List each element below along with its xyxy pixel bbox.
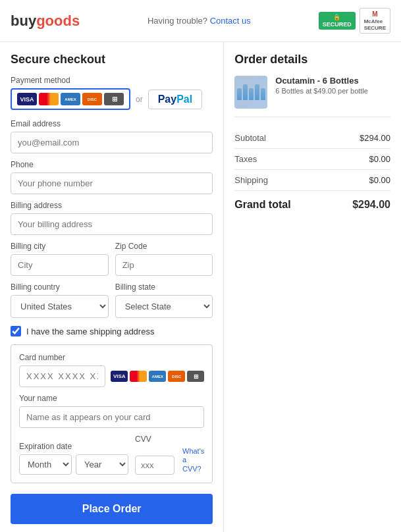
logo-buy: buy — [11, 13, 36, 29]
main-layout: Secure checkout Payment method VISA AMEX… — [0, 42, 401, 532]
mcafee-text: McAfeeSECURE — [364, 18, 386, 31]
bottle-2 — [243, 84, 248, 100]
cvv-group: CVV What's a CVV? — [135, 435, 204, 475]
billing-city-col: Billing city — [11, 242, 109, 276]
secured-badge: 🔒 SECURED — [319, 12, 356, 30]
zip-field[interactable] — [115, 254, 213, 276]
bottle-4 — [255, 84, 259, 100]
billing-country-col: Billing country United States Canada Uni… — [11, 282, 109, 318]
cvv-label: CVV — [135, 435, 204, 444]
mcafee-badge: M McAfeeSECURE — [360, 8, 390, 34]
year-select[interactable]: Year 202420252026 202720282029 2030 — [76, 454, 128, 475]
zip-col: Zip Code — [115, 242, 213, 276]
card-disc-icon: DISC — [168, 371, 185, 382]
your-name-label: Your name — [19, 394, 204, 403]
expiry-group: Expiration date Month 010203 040506 0708… — [19, 442, 128, 475]
phone-label: Phone — [11, 160, 213, 169]
same-shipping-checkbox[interactable] — [11, 326, 21, 336]
discover-icon: DISC — [82, 93, 102, 105]
taxes-row: Taxes $0.00 — [234, 149, 390, 170]
card-number-row: VISA AMEX DISC ⊞ — [19, 365, 204, 387]
trouble-text: Having trouble? — [147, 16, 207, 26]
subtotal-label: Subtotal — [234, 133, 266, 143]
whats-cvv-link[interactable]: What's a CVV? — [182, 447, 204, 473]
visa-icon: VISA — [17, 93, 37, 105]
shipping-label: Shipping — [234, 175, 268, 185]
same-shipping-label: I have the same shipping address — [26, 327, 154, 336]
header-trouble: Having trouble? Contact us — [147, 16, 251, 26]
cvv-field[interactable] — [135, 456, 174, 475]
card-mc-icon — [130, 371, 147, 382]
taxes-value: $0.00 — [369, 154, 390, 164]
mastercard-icon — [39, 93, 59, 105]
product-bottles — [237, 84, 265, 100]
grand-total-row: Grand total $294.00 — [234, 191, 390, 216]
billing-address-field[interactable] — [11, 213, 213, 235]
place-order-button[interactable]: Place Order — [11, 494, 213, 524]
other-card-icon: ⊞ — [104, 93, 124, 105]
grand-total-value: $294.00 — [352, 199, 390, 211]
subtotal-row: Subtotal $294.00 — [234, 128, 390, 149]
order-title: Order details — [234, 53, 390, 66]
secured-text: SECURED — [323, 21, 352, 28]
bottle-3 — [249, 88, 254, 100]
expiration-label: Expiration date — [19, 442, 128, 451]
email-field[interactable] — [11, 132, 213, 153]
billing-state-select[interactable]: Select State Alabama Alaska Arizona Cali… — [115, 295, 213, 318]
card-other-icon: ⊞ — [187, 371, 204, 382]
cvv-row-inner: What's a CVV? — [135, 447, 204, 475]
right-panel: Order details Ocutamin - 6 Bottles 6 Bot… — [224, 42, 401, 226]
email-label: Email address — [11, 119, 213, 128]
header-badges: 🔒 SECURED M McAfeeSECURE — [319, 8, 390, 34]
billing-country-label: Billing country — [11, 282, 109, 292]
taxes-label: Taxes — [234, 154, 257, 164]
city-field[interactable] — [11, 254, 109, 276]
payment-method-label: Payment method — [11, 76, 213, 85]
payment-method-row: VISA AMEX DISC ⊞ or PayPal — [11, 88, 213, 110]
billing-state-label: Billing state — [115, 282, 213, 292]
expiry-selects: Month 010203 040506 070809 101112 Year 2… — [19, 454, 128, 475]
cardholder-name-field[interactable] — [19, 406, 204, 428]
card-visa-icon: VISA — [111, 371, 128, 382]
card-section: Card number VISA AMEX DISC ⊞ Your name — [11, 344, 213, 483]
month-select[interactable]: Month 010203 040506 070809 101112 — [19, 454, 72, 475]
paypal-text: PayPal — [158, 93, 192, 105]
product-image — [234, 76, 267, 109]
same-shipping-row: I have the same shipping address — [11, 326, 213, 336]
card-number-label: Card number — [19, 353, 204, 362]
checkout-title: Secure checkout — [11, 53, 213, 66]
expiry-cvv-row: Expiration date Month 010203 040506 0708… — [19, 435, 204, 475]
billing-city-label: Billing city — [11, 242, 109, 251]
card-amex-icon: AMEX — [149, 371, 166, 382]
or-divider: or — [136, 95, 143, 104]
bottle-1 — [237, 88, 242, 100]
contact-link[interactable]: Contact us — [210, 16, 251, 26]
product-row: Ocutamin - 6 Bottles 6 Bottles at $49.00… — [234, 76, 390, 117]
logo: buygoods — [11, 13, 80, 30]
billing-country-select[interactable]: United States Canada United Kingdom Aust… — [11, 295, 109, 318]
amex-icon: AMEX — [61, 93, 80, 105]
billing-address-label: Billing address — [11, 201, 213, 210]
subtotal-value: $294.00 — [360, 133, 390, 143]
paypal-button[interactable]: PayPal — [148, 90, 202, 109]
card-number-field[interactable] — [19, 365, 105, 387]
shipping-row: Shipping $0.00 — [234, 170, 390, 191]
phone-field[interactable] — [11, 173, 213, 194]
shipping-value: $0.00 — [369, 175, 390, 185]
left-panel: Secure checkout Payment method VISA AMEX… — [0, 42, 224, 532]
lock-icon: 🔒 — [333, 14, 340, 21]
billing-state-col: Billing state Select State Alabama Alask… — [115, 282, 213, 318]
product-info: Ocutamin - 6 Bottles 6 Bottles at $49.00… — [275, 76, 368, 95]
card-icons-mini: VISA AMEX DISC ⊞ — [111, 371, 204, 382]
product-name: Ocutamin - 6 Bottles — [275, 76, 368, 86]
product-desc: 6 Bottles at $49.00 per bottle — [275, 87, 368, 95]
zip-label: Zip Code — [115, 242, 213, 251]
mcafee-icon: M — [372, 11, 377, 18]
grand-total-label: Grand total — [234, 199, 290, 211]
bottle-5 — [261, 88, 265, 100]
logo-goods: goods — [36, 13, 80, 29]
card-icons-box[interactable]: VISA AMEX DISC ⊞ — [11, 88, 130, 110]
header: buygoods Having trouble? Contact us 🔒 SE… — [0, 0, 401, 42]
